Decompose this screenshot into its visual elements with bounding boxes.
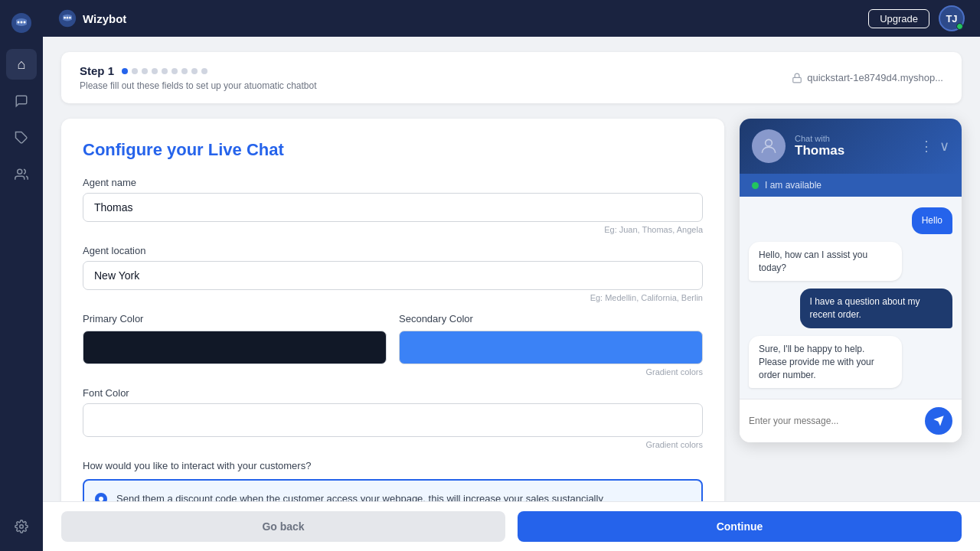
main-area: Wizybot Upgrade TJ Step 1 [43, 0, 980, 551]
chat-agent-avatar [752, 129, 786, 163]
dot-4 [152, 68, 158, 74]
option-text: Send them a discount code when the custo… [116, 491, 603, 501]
chat-messages: Hello Hello, how can I assist you today?… [740, 197, 962, 399]
step-title: Step 1 [80, 64, 114, 77]
font-color-label: Font Color [83, 387, 703, 399]
continue-button[interactable]: Continue [518, 511, 962, 542]
bottom-bar: Go back Continue [43, 501, 980, 551]
sidebar: ⌂ [0, 0, 43, 551]
chat-agent-name: Thomas [795, 143, 910, 158]
configure-panel: Configure your Live Chat Agent name Eg: … [61, 119, 724, 501]
color-row: Primary Color Secondary Color [83, 313, 703, 364]
dot-7 [181, 68, 188, 74]
step-subtitle: Please fill out these fields to set up y… [80, 80, 317, 91]
svg-point-3 [24, 21, 26, 24]
sidebar-item-team[interactable] [6, 159, 37, 190]
bubble-question: I have a question about my recent order. [800, 289, 953, 328]
message-question: I have a question about my recent order. [749, 289, 952, 328]
agent-name-hint: Eg: Juan, Thomas, Angela [83, 225, 703, 234]
user-avatar: TJ [939, 5, 965, 31]
secondary-color-label: Secondary Color [399, 313, 703, 324]
content-area: Step 1 Please fill out these fields to s… [43, 37, 980, 501]
step-store-url: quickstart-1e8749d4.myshop... [792, 72, 943, 83]
dot-9 [201, 68, 207, 74]
bubble-assist: Hello, how can I assist you today? [749, 242, 902, 282]
two-column-layout: Configure your Live Chat Agent name Eg: … [61, 119, 962, 501]
chat-message-input[interactable] [749, 416, 919, 426]
svg-point-1 [18, 21, 20, 24]
step-info: Step 1 Please fill out these fields to s… [80, 64, 317, 91]
bubble-hello: Hello [912, 207, 952, 234]
gradient-hint: Gradient colors [83, 367, 703, 377]
chat-with-text: Chat with [795, 134, 910, 143]
step-bar: Step 1 Please fill out these fields to s… [61, 52, 962, 103]
sidebar-item-chat[interactable] [6, 86, 37, 116]
agent-location-input[interactable] [83, 261, 703, 290]
chat-header-info: Chat with Thomas [795, 134, 910, 158]
svg-point-5 [18, 169, 22, 174]
dot-5 [162, 68, 168, 74]
topbar-logo: Wizybot [58, 9, 126, 28]
svg-rect-11 [793, 77, 802, 82]
chat-input-row [740, 399, 962, 442]
interact-question-label: How would you like to interact with your… [83, 460, 703, 471]
chat-header: Chat with Thomas ⋮ ∨ [740, 119, 962, 174]
go-back-button[interactable]: Go back [61, 511, 505, 542]
primary-color-label: Primary Color [83, 313, 387, 324]
chat-status-bar: I am available [740, 174, 962, 197]
app-name: Wizybot [83, 12, 126, 25]
svg-point-12 [766, 139, 773, 146]
dot-1 [122, 68, 128, 74]
panel-title: Configure your Live Chat [83, 140, 703, 160]
svg-point-9 [67, 17, 69, 19]
store-url-text: quickstart-1e8749d4.myshop... [807, 72, 943, 83]
primary-color-group: Primary Color [83, 313, 387, 364]
svg-point-8 [64, 17, 66, 19]
option-card[interactable]: Send them a discount code when the custo… [83, 479, 703, 501]
message-assist: Hello, how can I assist you today? [749, 242, 952, 282]
status-text: I am available [765, 180, 822, 191]
dot-3 [142, 68, 148, 74]
secondary-color-swatch[interactable] [399, 331, 703, 364]
dot-2 [132, 68, 138, 74]
status-dot [752, 182, 759, 189]
agent-location-label: Agent location [83, 245, 703, 256]
dot-6 [172, 68, 178, 74]
sidebar-item-settings[interactable] [6, 511, 37, 542]
font-color-swatch[interactable] [83, 403, 703, 437]
agent-name-input[interactable] [83, 193, 703, 222]
chat-widget: Chat with Thomas ⋮ ∨ I am available [740, 119, 962, 442]
message-hello: Hello [749, 207, 952, 234]
upgrade-button[interactable]: Upgrade [868, 9, 929, 28]
send-button[interactable] [925, 407, 952, 435]
sidebar-item-tag[interactable] [6, 122, 37, 153]
app-logo [8, 9, 35, 37]
topbar: Wizybot Upgrade TJ [43, 0, 980, 37]
svg-point-10 [69, 17, 71, 19]
online-indicator [956, 23, 963, 30]
svg-point-6 [20, 525, 24, 529]
primary-color-swatch[interactable] [83, 331, 387, 364]
radio-selected [95, 493, 107, 501]
step-dots [122, 68, 207, 74]
svg-point-2 [21, 21, 23, 24]
message-help: Sure, I'll be happy to help. Please prov… [749, 336, 952, 388]
dot-8 [191, 68, 198, 74]
agent-location-hint: Eg: Medellin, California, Berlin [83, 293, 703, 302]
preview-panel: Chat with Thomas ⋮ ∨ I am available [740, 119, 962, 501]
agent-name-label: Agent name [83, 177, 703, 188]
secondary-color-group: Secondary Color [399, 313, 703, 364]
chat-header-actions: ⋮ ∨ [920, 138, 949, 155]
font-gradient-hint: Gradient colors [83, 440, 703, 449]
chat-more-button[interactable]: ⋮ [920, 138, 933, 155]
chat-minimize-button[interactable]: ∨ [939, 138, 949, 155]
sidebar-item-home[interactable]: ⌂ [6, 49, 37, 80]
bubble-help: Sure, I'll be happy to help. Please prov… [749, 336, 902, 388]
